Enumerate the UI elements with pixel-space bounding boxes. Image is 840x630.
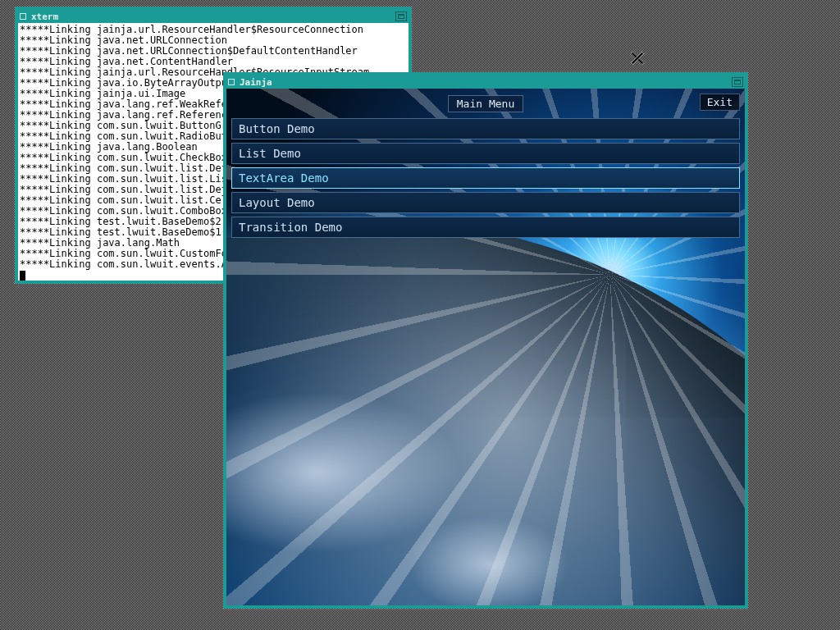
maximize-icon[interactable] [732,77,743,87]
menu-item-label: TextArea Demo [239,171,329,185]
window-menu-icon[interactable] [20,13,26,20]
earth-image [226,220,745,605]
menu-item-label: Button Demo [239,122,315,135]
menu-item-textarea-demo[interactable]: TextArea Demo [231,167,740,189]
exit-button[interactable]: Exit [700,94,740,111]
screen-title: Main Menu [448,95,523,112]
menu-item-list-demo[interactable]: List Demo [231,143,740,164]
menu-item-label: Layout Demo [239,196,315,209]
menu-item-button-demo[interactable]: Button Demo [231,118,740,139]
pointer-x-icon [630,51,645,66]
jainja-window: Jainja Main Menu Exit Button DemoList De… [223,72,748,609]
jainja-title: Jainja [240,77,727,88]
menu-item-transition-demo[interactable]: Transition Demo [231,217,740,238]
window-menu-icon[interactable] [228,79,235,85]
main-menu: Button DemoList DemoTextArea DemoLayout … [231,118,740,238]
jainja-canvas: Main Menu Exit Button DemoList DemoTextA… [226,89,745,605]
menu-item-layout-demo[interactable]: Layout Demo [231,192,740,213]
app-header: Main Menu Exit [231,94,740,113]
xterm-titlebar[interactable]: xterm [18,10,409,23]
jainja-titlebar[interactable]: Jainja [226,75,745,89]
maximize-icon[interactable] [395,11,407,21]
xterm-title: xterm [31,11,390,22]
menu-item-label: Transition Demo [239,221,342,234]
terminal-cursor [20,271,25,281]
menu-item-label: List Demo [239,147,301,160]
